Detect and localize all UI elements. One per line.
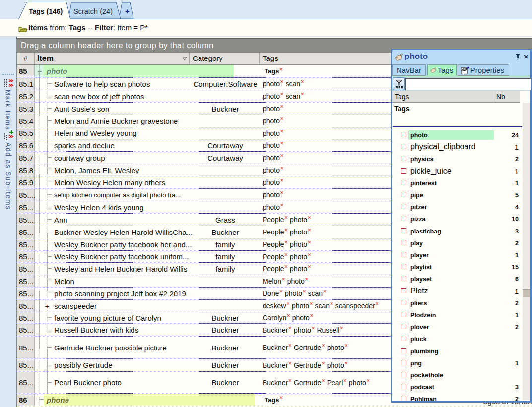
svg-text:Tags (146): Tags (146) (29, 7, 63, 15)
svg-text:+: + (125, 7, 130, 15)
svg-text:Scratch (24): Scratch (24) (73, 7, 113, 15)
